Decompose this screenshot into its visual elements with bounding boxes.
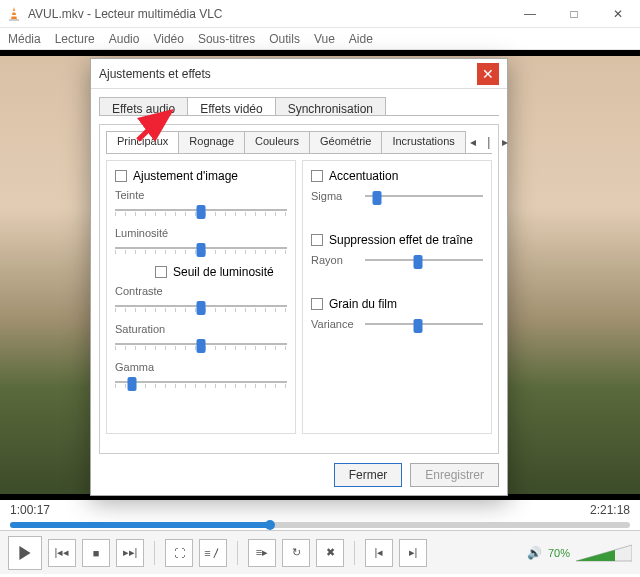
dialog-outer-tabs: Effets audio Effets vidéo Synchronisatio… [91, 89, 507, 115]
loop-button[interactable]: ↻ [282, 539, 310, 567]
subtab-principaux[interactable]: Principaux [106, 131, 179, 153]
elapsed-time[interactable]: 1:00:17 [10, 503, 50, 517]
step-back-button[interactable]: |◂ [365, 539, 393, 567]
menu-media[interactable]: Média [8, 32, 41, 46]
grain-checkbox[interactable] [311, 298, 323, 310]
menu-aide[interactable]: Aide [349, 32, 373, 46]
subtab-scroll[interactable]: ◂|▸ [466, 131, 512, 153]
dialog-close-footer-button[interactable]: Fermer [334, 463, 403, 487]
total-time[interactable]: 2:21:18 [590, 503, 630, 517]
minimize-button[interactable]: — [508, 0, 552, 28]
extended-settings-button[interactable]: ≡〳 [199, 539, 227, 567]
subtab-couleurs[interactable]: Couleurs [244, 131, 310, 153]
subtab-geometrie[interactable]: Géométrie [309, 131, 382, 153]
fullscreen-button[interactable]: ⛶ [165, 539, 193, 567]
control-bar: |◂◂ ■ ▸▸| ⛶ ≡〳 ≡▸ ↻ ✖ |◂ ▸| 🔊 70% [0, 530, 640, 574]
window-close-button[interactable]: ✕ [596, 0, 640, 28]
rayon-label: Rayon [311, 254, 357, 266]
vlc-cone-icon [6, 6, 22, 22]
svg-marker-0 [11, 7, 17, 19]
contraste-slider[interactable] [115, 299, 287, 313]
tab-effets-audio[interactable]: Effets audio [99, 97, 188, 115]
menu-vue[interactable]: Vue [314, 32, 335, 46]
gamma-slider[interactable] [115, 375, 287, 389]
subtab-incrustations[interactable]: Incrustations [381, 131, 465, 153]
volume-slider[interactable] [576, 543, 632, 563]
luminosite-label: Luminosité [115, 227, 287, 239]
speaker-icon[interactable]: 🔊 [527, 546, 542, 560]
gamma-label: Gamma [115, 361, 287, 373]
saturation-label: Saturation [115, 323, 287, 335]
rayon-slider[interactable] [365, 253, 483, 267]
video-effects-panel: Principaux Rognage Couleurs Géométrie In… [99, 124, 499, 454]
volume-percent: 70% [548, 547, 570, 559]
teinte-label: Teinte [115, 189, 287, 201]
playlist-button[interactable]: ≡▸ [248, 539, 276, 567]
svg-rect-3 [11, 15, 17, 17]
saturation-slider[interactable] [115, 337, 287, 351]
menu-audio[interactable]: Audio [109, 32, 140, 46]
sigma-label: Sigma [311, 190, 357, 202]
teinte-slider[interactable] [115, 203, 287, 217]
variance-label: Variance [311, 318, 357, 330]
seuil-label: Seuil de luminosité [173, 265, 274, 279]
svg-rect-2 [12, 11, 16, 13]
chevron-left-icon: ◂ [466, 135, 480, 149]
seuil-checkbox[interactable] [155, 266, 167, 278]
tab-effets-video[interactable]: Effets vidéo [187, 97, 275, 115]
suppression-label: Suppression effet de traîne [329, 233, 473, 247]
window-titlebar: AVUL.mkv - Lecteur multimédia VLC — □ ✕ [0, 0, 640, 28]
status-bar: 1:00:17 2:21:18 [0, 500, 640, 520]
play-button[interactable] [8, 536, 42, 570]
tab-synchronisation[interactable]: Synchronisation [275, 97, 386, 115]
menu-soustitres[interactable]: Sous-titres [198, 32, 255, 46]
svg-rect-1 [9, 19, 19, 21]
dialog-titlebar[interactable]: Ajustements et effets ✕ [91, 59, 507, 89]
accentuation-checkbox[interactable] [311, 170, 323, 182]
accentuation-label: Accentuation [329, 169, 398, 183]
seek-bar[interactable] [0, 520, 640, 530]
luminosite-slider[interactable] [115, 241, 287, 255]
maximize-button[interactable]: □ [552, 0, 596, 28]
image-adjust-checkbox[interactable] [115, 170, 127, 182]
menu-outils[interactable]: Outils [269, 32, 300, 46]
svg-marker-5 [19, 546, 30, 560]
stop-button[interactable]: ■ [82, 539, 110, 567]
next-track-button[interactable]: ▸▸| [116, 539, 144, 567]
variance-slider[interactable] [365, 317, 483, 331]
right-effects-group: Accentuation Sigma Suppression effet de … [302, 160, 492, 434]
suppression-checkbox[interactable] [311, 234, 323, 246]
dialog-close-button[interactable]: ✕ [477, 63, 499, 85]
shuffle-button[interactable]: ✖ [316, 539, 344, 567]
chevron-right-icon: ▸ [498, 135, 512, 149]
video-effects-subtabs: Principaux Rognage Couleurs Géométrie In… [106, 131, 492, 153]
contraste-label: Contraste [115, 285, 287, 297]
window-title: AVUL.mkv - Lecteur multimédia VLC [28, 7, 223, 21]
subtab-rognage[interactable]: Rognage [178, 131, 245, 153]
effects-dialog: Ajustements et effets ✕ Effets audio Eff… [90, 58, 508, 496]
image-adjust-label: Ajustement d'image [133, 169, 238, 183]
menu-video[interactable]: Vidéo [153, 32, 183, 46]
menu-lecture[interactable]: Lecture [55, 32, 95, 46]
image-adjust-group: Ajustement d'image Teinte Luminosité Seu… [106, 160, 296, 434]
dialog-title: Ajustements et effets [99, 67, 211, 81]
grain-label: Grain du film [329, 297, 397, 311]
menubar: Média Lecture Audio Vidéo Sous-titres Ou… [0, 28, 640, 50]
dialog-save-button[interactable]: Enregistrer [410, 463, 499, 487]
prev-track-button[interactable]: |◂◂ [48, 539, 76, 567]
sigma-slider[interactable] [365, 189, 483, 203]
step-forward-button[interactable]: ▸| [399, 539, 427, 567]
